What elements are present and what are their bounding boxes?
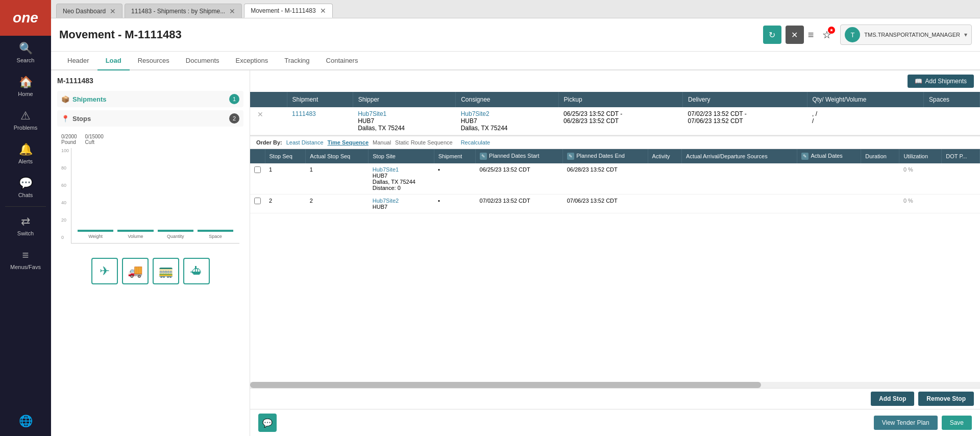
transport-truck-button[interactable]: 🚚 <box>122 258 149 284</box>
save-button[interactable]: Save <box>942 416 972 430</box>
transport-ship-button[interactable]: ⛴ <box>183 258 210 284</box>
close-tab-movement[interactable]: ✕ <box>320 7 326 14</box>
notification-bell[interactable]: ☆ ★ <box>818 26 836 44</box>
row-delivery: 07/02/23 13:52 CDT - 07/06/23 13:52 CDT <box>683 107 807 135</box>
col-actual-dates: ✎Actual Dates <box>797 149 861 163</box>
menu-icon: ≡ <box>22 249 29 262</box>
add-shipments-button[interactable]: 📖 Add Shipments <box>908 75 974 88</box>
tab-tracking[interactable]: Tracking <box>276 52 317 70</box>
sidebar-item-switch[interactable]: ⇄ Switch <box>0 209 51 243</box>
menu-button[interactable]: ≡ <box>808 29 814 41</box>
switch-icon: ⇄ <box>21 215 30 228</box>
tab-movement[interactable]: Movement - M-1111483 ✕ <box>244 4 332 18</box>
main-area: Neo Dashboard ✕ 111483 - Shipments : by … <box>51 0 980 436</box>
edit-planned-end-icon[interactable]: ✎ <box>567 153 574 160</box>
edit-actual-dates-icon[interactable]: ✎ <box>801 153 808 160</box>
sidebar-item-globe[interactable]: 🌐 <box>15 408 37 436</box>
close-button[interactable]: ✕ <box>786 26 804 44</box>
logo-text: one <box>13 10 38 26</box>
sidebar-item-alerts[interactable]: 🔔 Alerts <box>0 137 51 171</box>
y-label-20: 20 <box>61 217 69 223</box>
stop1-site-link[interactable]: Hub7Site1 <box>373 166 399 173</box>
stop2-checkbox[interactable] <box>254 198 261 204</box>
chat-bubble-button[interactable]: 💬 <box>258 414 277 432</box>
horizontal-scrollbar[interactable] <box>250 382 980 388</box>
weight-label: 0/2000 Pound <box>61 134 77 145</box>
stop1-seq: 1 <box>265 163 306 195</box>
stop1-checkbox[interactable] <box>254 166 261 173</box>
bars-container <box>74 150 237 232</box>
sidebar-item-home[interactable]: 🏠 Home <box>0 69 51 103</box>
pickup-date: 06/25/23 13:52 CDT - <box>564 110 622 117</box>
app-logo[interactable]: one <box>0 0 51 36</box>
sidebar: one 🔍 Search 🏠 Home ⚠ Problems 🔔 Alerts … <box>0 0 51 436</box>
consignee-name-link[interactable]: Hub7Site2 <box>461 110 489 117</box>
tab-neo-dashboard[interactable]: Neo Dashboard ✕ <box>56 4 122 18</box>
stop2-site-link[interactable]: Hub7Site2 <box>373 198 399 204</box>
sidebar-item-menus[interactable]: ≡ Menus/Favs <box>0 243 51 276</box>
edit-planned-start-icon[interactable]: ✎ <box>480 153 487 160</box>
stops-header-left: 📍 Stops <box>61 115 91 123</box>
stop2-actual-seq: 2 <box>306 195 369 213</box>
sidebar-item-chats[interactable]: 💬 Chats <box>0 171 51 204</box>
shipments-table-section: 📖 Add Shipments Shipment Shipper Consign… <box>250 70 980 135</box>
recalculate-link[interactable]: Recalculate <box>461 139 490 146</box>
tab-containers[interactable]: Containers <box>318 52 366 70</box>
stop-row-1: 1 1 Hub7Site1 HUB7 Dallas, TX 75244 Dist… <box>250 163 980 195</box>
stops-section-header[interactable]: 📍 Stops 2 <box>57 110 243 127</box>
col-shipment: Shipment <box>287 92 353 107</box>
order-by-label: Order By: <box>256 139 282 146</box>
chat-icon: 💬 <box>262 418 273 428</box>
close-tab-neo-dashboard[interactable]: ✕ <box>110 8 116 15</box>
stops-pin-icon: 📍 <box>61 115 69 123</box>
close-tab-shipments[interactable]: ✕ <box>229 8 235 15</box>
tab-shipments[interactable]: 111483 - Shipments : by Shipme... ✕ <box>125 4 242 18</box>
stop2-site-code: HUB7 <box>373 204 387 210</box>
shipments-count-badge: 1 <box>229 94 239 104</box>
tab-header[interactable]: Header <box>59 52 97 70</box>
stops-table-container: Stop Seq Actual Stop Seq Stop Site Shipm… <box>250 149 980 382</box>
tab-load[interactable]: Load <box>97 52 130 70</box>
remove-stop-button[interactable]: Remove Stop <box>918 392 974 406</box>
order-static-route[interactable]: Static Route Sequence <box>395 139 453 146</box>
shipments-table-header-row: Shipment Shipper Consignee Pickup Delive… <box>250 92 980 107</box>
col-shipment: Shipment <box>434 149 475 163</box>
footer-right: View Tender Plan Save <box>874 416 972 430</box>
order-time-sequence[interactable]: Time Sequence <box>328 139 369 146</box>
stops-table: Stop Seq Actual Stop Seq Stop Site Shipm… <box>250 149 980 213</box>
col-check <box>250 149 265 163</box>
tab-exceptions[interactable]: Exceptions <box>228 52 277 70</box>
user-dropdown[interactable]: T TMS.TRANSPORTATION_MANAGER ▾ <box>840 25 972 45</box>
add-stop-button[interactable]: Add Stop <box>871 392 914 406</box>
stop1-site-city: Dallas, TX 75244 <box>373 179 415 185</box>
shipments-section-header[interactable]: 📦 Shipments 1 <box>57 91 243 107</box>
order-least-distance[interactable]: Least Distance <box>286 139 324 146</box>
chart-y-axis: 0 20 40 60 80 100 <box>61 148 71 240</box>
view-tender-plan-button[interactable]: View Tender Plan <box>874 416 938 430</box>
stop2-check-cell <box>250 195 265 213</box>
delivery-date2: 07/06/23 13:52 CDT <box>688 117 743 125</box>
transport-air-button[interactable]: ✈ <box>91 258 118 284</box>
transport-train-button[interactable]: 🚃 <box>153 258 179 284</box>
y-label-100: 100 <box>61 148 69 153</box>
shipper-city: Dallas, TX 75244 <box>358 125 405 132</box>
sidebar-label-problems: Problems <box>14 125 37 131</box>
sidebar-item-problems[interactable]: ⚠ Problems <box>0 103 51 137</box>
left-panel: M-1111483 📦 Shipments 1 📍 Stops 2 <box>51 70 250 436</box>
order-manual[interactable]: Manual <box>373 139 391 146</box>
sidebar-divider <box>5 206 46 207</box>
scroll-thumb <box>250 382 761 388</box>
tab-documents[interactable]: Documents <box>178 52 228 70</box>
stop2-planned-start: 07/02/23 13:52 CDT <box>476 195 563 213</box>
tab-label-movement: Movement - M-1111483 <box>251 7 315 14</box>
book-icon: 📖 <box>915 78 922 85</box>
tab-resources[interactable]: Resources <box>130 52 178 70</box>
sidebar-item-search[interactable]: 🔍 Search <box>0 36 51 69</box>
chart-wrapper: 0 20 40 60 80 100 <box>61 148 239 244</box>
body-split: M-1111483 📦 Shipments 1 📍 Stops 2 <box>51 70 980 436</box>
shipper-name-link[interactable]: Hub7Site1 <box>358 110 386 117</box>
delete-row-button[interactable]: ✕ <box>255 110 265 118</box>
shipment-id-link[interactable]: 1111483 <box>292 110 316 117</box>
refresh-button[interactable]: ↻ <box>763 26 781 44</box>
y-label-60: 60 <box>61 183 69 188</box>
